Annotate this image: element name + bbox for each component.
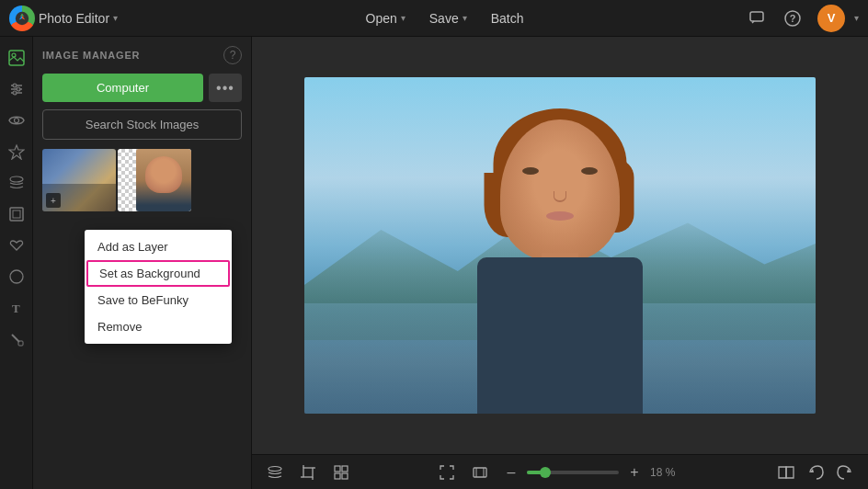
person-face bbox=[500, 119, 620, 262]
crop-icon[interactable] bbox=[296, 461, 320, 484]
save-menu-button[interactable]: Save ▾ bbox=[418, 7, 478, 29]
sidebar-help-button[interactable]: ? bbox=[223, 46, 242, 64]
text-icon[interactable]: T bbox=[3, 294, 30, 322]
star-icon[interactable] bbox=[3, 138, 30, 165]
layers-icon[interactable] bbox=[3, 169, 30, 197]
main-area: T IMAGE MANAGER ? Computer ••• Se bbox=[0, 37, 868, 489]
svg-point-11 bbox=[13, 91, 17, 95]
canvas-area: – + 18 % bbox=[252, 37, 868, 489]
svg-rect-30 bbox=[342, 473, 348, 479]
upload-row: Computer ••• bbox=[42, 74, 242, 102]
open-menu-button[interactable]: Open ▾ bbox=[355, 7, 417, 29]
help-icon-button[interactable]: ? bbox=[779, 5, 806, 32]
svg-line-19 bbox=[12, 335, 19, 342]
canvas-image bbox=[304, 77, 816, 414]
eye-icon[interactable] bbox=[3, 107, 30, 134]
more-label: ••• bbox=[216, 80, 234, 97]
nav-right: ? V ▾ bbox=[744, 5, 859, 32]
zoom-percentage: 18 % bbox=[650, 466, 683, 479]
context-menu: Add as Layer Set as Background Save to B… bbox=[85, 230, 232, 344]
svg-rect-16 bbox=[13, 210, 20, 218]
search-stock-label: Search Stock Images bbox=[86, 118, 200, 131]
sidebar: IMAGE MANAGER ? Computer ••• Search Stoc… bbox=[33, 37, 252, 489]
adjustments-icon[interactable] bbox=[3, 75, 30, 103]
top-nav: Photo Editor ▾ Open ▾ Save ▾ Batch ? bbox=[0, 0, 868, 37]
thumbnail-checkerboard[interactable] bbox=[118, 149, 191, 211]
app-logo[interactable] bbox=[9, 6, 35, 31]
app-name-label[interactable]: Photo Editor ▾ bbox=[39, 11, 118, 26]
open-chevron: ▾ bbox=[401, 13, 405, 23]
frame-icon[interactable] bbox=[3, 200, 30, 228]
svg-point-12 bbox=[14, 119, 18, 123]
grid-icon[interactable] bbox=[329, 461, 353, 484]
thumbnail-city[interactable]: + bbox=[42, 149, 116, 211]
bottom-bar: – + 18 % bbox=[252, 454, 868, 489]
svg-rect-15 bbox=[10, 208, 23, 221]
person-body bbox=[477, 257, 643, 414]
app-name-chevron: ▾ bbox=[113, 13, 118, 23]
chat-icon-button[interactable] bbox=[744, 5, 771, 32]
svg-rect-29 bbox=[335, 473, 340, 479]
nav-center: Open ▾ Save ▾ Batch bbox=[145, 7, 744, 29]
thumbnail-strip: + bbox=[42, 149, 242, 211]
thumbnail-face-overlay bbox=[136, 149, 191, 211]
canvas-container[interactable] bbox=[252, 37, 868, 454]
icon-bar: T bbox=[0, 37, 33, 489]
save-chevron: ▾ bbox=[463, 13, 467, 23]
sidebar-header: IMAGE MANAGER ? bbox=[42, 46, 242, 64]
fullscreen-icon[interactable] bbox=[468, 461, 492, 484]
zoom-out-button[interactable]: – bbox=[501, 462, 521, 483]
context-add-layer[interactable]: Add as Layer bbox=[85, 233, 232, 260]
bottom-right-actions bbox=[774, 461, 857, 484]
svg-rect-4 bbox=[9, 51, 24, 65]
svg-point-10 bbox=[17, 87, 20, 91]
thumbnail-add-icon: + bbox=[46, 193, 61, 208]
svg-rect-28 bbox=[342, 466, 348, 472]
app-title: Photo Editor bbox=[39, 11, 109, 26]
svg-marker-13 bbox=[9, 145, 24, 159]
context-set-background[interactable]: Set as Background bbox=[86, 260, 230, 287]
zoom-controls: – + 18 % bbox=[501, 462, 683, 483]
sidebar-title: IMAGE MANAGER bbox=[42, 50, 140, 61]
layers-bottom-icon[interactable] bbox=[263, 461, 287, 484]
person-figure bbox=[440, 101, 680, 414]
undo-icon[interactable] bbox=[804, 461, 828, 484]
save-label: Save bbox=[429, 11, 459, 26]
svg-rect-1 bbox=[750, 12, 763, 21]
more-options-button[interactable]: ••• bbox=[209, 74, 242, 102]
svg-point-21 bbox=[268, 466, 281, 471]
user-initial: V bbox=[828, 11, 836, 25]
svg-point-17 bbox=[10, 270, 23, 283]
redo-icon[interactable] bbox=[833, 461, 857, 484]
shape-icon[interactable] bbox=[3, 263, 30, 290]
zoom-slider[interactable] bbox=[527, 471, 619, 474]
zoom-in-button[interactable]: + bbox=[624, 462, 645, 483]
user-chevron: ▾ bbox=[854, 13, 859, 23]
search-stock-button[interactable]: Search Stock Images bbox=[42, 109, 242, 140]
computer-button[interactable]: Computer bbox=[42, 74, 203, 102]
zoom-thumb[interactable] bbox=[540, 467, 551, 478]
computer-label: Computer bbox=[97, 81, 149, 95]
open-label: Open bbox=[366, 11, 397, 26]
svg-rect-27 bbox=[335, 466, 340, 472]
batch-button[interactable]: Batch bbox=[480, 7, 535, 29]
svg-text:?: ? bbox=[790, 13, 796, 24]
fit-screen-icon[interactable] bbox=[435, 461, 459, 484]
context-save-befunky[interactable]: Save to BeFunky bbox=[85, 287, 232, 313]
brush-icon[interactable] bbox=[3, 325, 30, 353]
image-manager-icon[interactable] bbox=[3, 44, 30, 72]
svg-point-9 bbox=[13, 84, 17, 87]
user-avatar[interactable]: V bbox=[817, 5, 845, 32]
heart-icon[interactable] bbox=[3, 232, 30, 259]
context-remove[interactable]: Remove bbox=[85, 313, 232, 340]
svg-point-14 bbox=[10, 176, 23, 182]
svg-rect-31 bbox=[474, 468, 486, 477]
svg-text:T: T bbox=[12, 301, 20, 315]
batch-label: Batch bbox=[491, 11, 524, 26]
svg-rect-22 bbox=[303, 468, 313, 477]
compare-icon[interactable] bbox=[774, 461, 798, 484]
